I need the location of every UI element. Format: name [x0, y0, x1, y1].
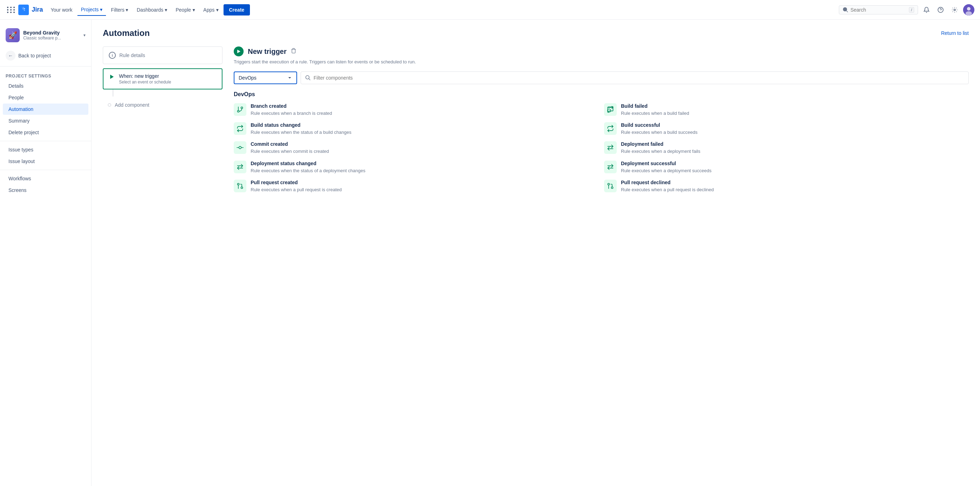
deploy-failed-icon — [604, 141, 617, 154]
svg-marker-6 — [237, 49, 240, 53]
commit-created-icon — [234, 141, 247, 154]
trigger-card-deploy-status-title: Deployment status changed — [251, 161, 365, 166]
back-arrow-icon: ← — [6, 51, 16, 61]
trigger-subtitle: Select an event or schedule — [119, 80, 171, 84]
sidebar-item-issue-types[interactable]: Issue types — [3, 144, 88, 155]
sidebar-item-summary[interactable]: Summary — [3, 115, 88, 126]
connector-line — [113, 89, 113, 97]
nav-projects[interactable]: Projects ▾ — [78, 4, 106, 16]
trigger-card-build-status[interactable]: Build status changed Rule executes when … — [234, 122, 598, 135]
gear-icon — [951, 7, 958, 13]
back-to-project-button[interactable]: ← Back to project — [0, 48, 91, 64]
jira-logo[interactable]: Jira — [18, 5, 43, 15]
build-failed-icon — [604, 103, 617, 116]
trigger-panel-header: New trigger — [234, 46, 969, 56]
trigger-card-commit-created-title: Commit created — [251, 141, 329, 147]
app-switcher-button[interactable] — [6, 5, 17, 14]
svg-point-12 — [239, 147, 242, 149]
main-content: Automation Return to list i Rule details… — [92, 20, 980, 486]
filter-components-input[interactable] — [301, 72, 969, 84]
pr-declined-icon — [604, 180, 617, 192]
trigger-card-deploy-status-desc: Rule executes when the status of a deplo… — [251, 167, 365, 174]
nav-filters[interactable]: Filters ▾ — [107, 4, 132, 16]
pr-created-icon — [234, 180, 247, 192]
trigger-play-button — [234, 46, 243, 56]
project-header[interactable]: 🚀 Beyond Gravity Classic software p... ▾ — [0, 25, 91, 48]
settings-button[interactable] — [949, 4, 960, 16]
logo-text: Jira — [32, 6, 43, 13]
bell-icon — [923, 7, 930, 13]
sidebar-item-workflows[interactable]: Workflows — [3, 173, 88, 184]
project-avatar: 🚀 — [6, 28, 20, 42]
add-dot-icon — [108, 103, 111, 107]
nav-dashboards[interactable]: Dashboards ▾ — [133, 4, 171, 16]
trigger-card-commit-created-desc: Rule executes when commit is created — [251, 148, 329, 155]
trigger-card-deploy-success-desc: Rule executes when a deployment succeeds — [621, 167, 711, 174]
trigger-card-pr-declined-title: Pull request declined — [621, 180, 714, 185]
svg-point-2 — [954, 9, 956, 11]
trigger-panel-title: New trigger — [248, 48, 286, 56]
search-filter-icon — [305, 75, 311, 81]
user-avatar[interactable] — [963, 4, 974, 16]
branch-created-icon — [234, 103, 247, 116]
nav-left: Jira Your work Projects ▾ Filters ▾ Dash… — [6, 4, 250, 16]
trigger-card-deploy-success-title: Deployment successful — [621, 161, 711, 166]
trigger-card-deploy-success[interactable]: Deployment successful Rule executes when… — [604, 161, 969, 174]
search-input[interactable] — [850, 7, 907, 13]
svg-point-7 — [305, 76, 309, 79]
category-select[interactable]: DevOps — [234, 72, 297, 84]
trigger-card-branch-created-desc: Rule executes when a branch is created — [251, 110, 332, 116]
rule-panel: i Rule details When: new trigger Select … — [103, 46, 969, 193]
sidebar-item-screens[interactable]: Screens — [3, 185, 88, 196]
trigger-card-pr-created[interactable]: Pull request created Rule executes when … — [234, 180, 598, 193]
sidebar-item-issue-layout[interactable]: Issue layout — [3, 156, 88, 167]
trigger-card-build-status-desc: Rule executes when the status of a build… — [251, 129, 351, 135]
rule-details-button[interactable]: i Rule details — [103, 46, 223, 64]
trigger-card-branch-created[interactable]: Branch created Rule executes when a bran… — [234, 103, 598, 116]
create-button[interactable]: Create — [224, 4, 250, 16]
return-to-list-link[interactable]: Return to list — [941, 30, 969, 36]
sidebar-item-people[interactable]: People — [3, 92, 88, 103]
trigger-card-build-successful[interactable]: Build successful Rule executes when a bu… — [604, 122, 969, 135]
trigger-card-build-status-title: Build status changed — [251, 122, 351, 128]
trigger-card-deploy-failed-title: Deployment failed — [621, 141, 700, 147]
trigger-card-pr-declined[interactable]: Pull request declined Rule executes when… — [604, 180, 969, 193]
help-button[interactable] — [935, 4, 946, 16]
nav-people[interactable]: People ▾ — [172, 4, 199, 16]
nav-your-work[interactable]: Your work — [47, 4, 76, 16]
trigger-card-build-successful-title: Build successful — [621, 122, 698, 128]
delete-trigger-button[interactable] — [291, 48, 296, 55]
sidebar-item-details[interactable]: Details — [3, 80, 88, 92]
build-status-icon — [234, 122, 247, 135]
trigger-item[interactable]: When: new trigger Select an event or sch… — [103, 69, 223, 89]
project-name: Beyond Gravity — [23, 30, 80, 35]
trigger-card-build-failed[interactable]: Build failed Rule executes when a build … — [604, 103, 969, 116]
trigger-card-pr-declined-desc: Rule executes when a pull request is dec… — [621, 186, 714, 193]
chevron-down-icon: ▾ — [83, 33, 86, 38]
play-icon — [108, 73, 115, 80]
trigger-card-build-failed-desc: Rule executes when a build failed — [621, 110, 689, 116]
search-icon — [843, 7, 848, 13]
trigger-card-build-successful-desc: Rule executes when a build succeeds — [621, 129, 698, 135]
trigger-card-deploy-status[interactable]: Deployment status changed Rule executes … — [234, 161, 598, 174]
trigger-card-build-failed-title: Build failed — [621, 103, 689, 109]
search-bar[interactable]: / — [839, 5, 918, 14]
sidebar-divider-2 — [0, 141, 91, 141]
add-component-button[interactable]: Add component — [103, 98, 223, 112]
page-header: Automation Return to list — [103, 28, 969, 38]
trigger-title: When: new trigger — [119, 73, 171, 79]
nav-apps[interactable]: Apps ▾ — [200, 4, 222, 16]
sidebar-item-automation[interactable]: Automation — [3, 104, 88, 115]
trigger-card-pr-created-desc: Rule executes when a pull request is cre… — [251, 186, 342, 193]
sidebar-item-delete-project[interactable]: Delete project — [3, 127, 88, 138]
notifications-button[interactable] — [921, 4, 932, 16]
trigger-card-deploy-failed[interactable]: Deployment failed Rule executes when a d… — [604, 141, 969, 155]
svg-point-5 — [966, 11, 972, 16]
section-title: DevOps — [234, 91, 969, 97]
sidebar-divider — [0, 66, 91, 67]
triggers-grid: Branch created Rule executes when a bran… — [234, 103, 969, 193]
trigger-card-commit-created[interactable]: Commit created Rule executes when commit… — [234, 141, 598, 155]
filter-components-field[interactable] — [313, 75, 964, 81]
trigger-card-pr-created-title: Pull request created — [251, 180, 342, 185]
deploy-status-icon — [234, 161, 247, 173]
